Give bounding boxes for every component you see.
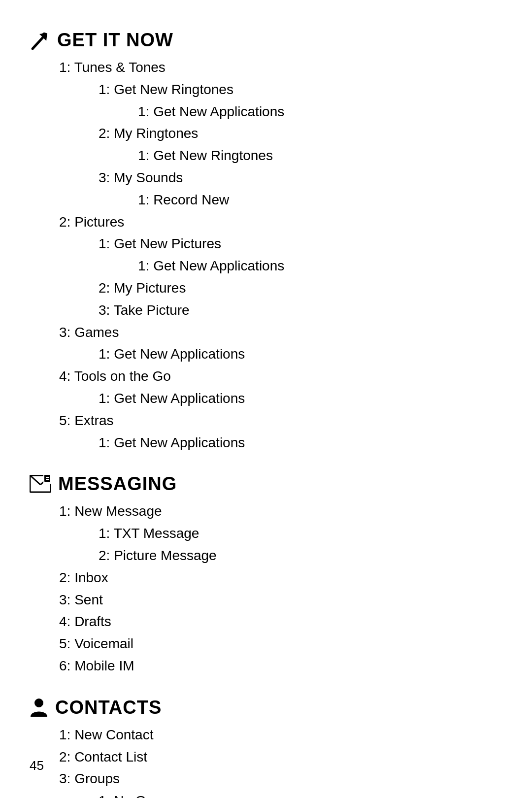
get-it-now-header: GET IT NOW <box>30 30 502 51</box>
list-item: 4: Tools on the Go <box>30 366 502 388</box>
get-it-now-icon <box>30 30 50 51</box>
list-item: 1: Record New <box>30 189 502 211</box>
list-item: 1: Get New Applications <box>30 388 502 410</box>
list-item: 3: Take Picture <box>30 299 502 322</box>
messaging-section: MESSAGING 1: New Message 1: TXT Message … <box>30 473 502 677</box>
messaging-title: MESSAGING <box>58 473 177 495</box>
get-it-now-title: GET IT NOW <box>57 30 173 51</box>
list-item: 2: Inbox <box>30 567 502 589</box>
messaging-list: 1: New Message 1: TXT Message 2: Picture… <box>30 500 502 677</box>
messaging-header: MESSAGING <box>30 473 502 495</box>
list-item: 2: Picture Message <box>30 545 502 567</box>
list-item: 1: New Message <box>30 500 502 523</box>
svg-line-6 <box>30 475 40 485</box>
page-number: 45 <box>30 758 44 773</box>
list-item: 2: Pictures <box>30 211 502 233</box>
list-item: 4: Drafts <box>30 611 502 633</box>
list-item: 1: Get New Applications <box>30 101 502 123</box>
contacts-icon <box>30 697 48 718</box>
list-item: 2: Contact List <box>30 746 502 768</box>
list-item: 1: Get New Ringtones <box>30 79 502 101</box>
list-item: 6: Mobile IM <box>30 655 502 677</box>
list-item: 3: Games <box>30 322 502 344</box>
contacts-header: CONTACTS <box>30 697 502 718</box>
contacts-section: CONTACTS 1: New Contact 2: Contact List … <box>30 697 502 798</box>
list-item: 1: Get New Ringtones <box>30 145 502 167</box>
list-item: 5: Extras <box>30 410 502 432</box>
contacts-title: CONTACTS <box>55 697 162 718</box>
list-item: 1: Get New Applications <box>30 255 502 277</box>
list-item: 1: Get New Pictures <box>30 233 502 255</box>
svg-line-3 <box>33 37 43 49</box>
messaging-icon <box>30 475 51 494</box>
contacts-list: 1: New Contact 2: Contact List 3: Groups… <box>30 724 502 798</box>
list-item: 1: TXT Message <box>30 523 502 545</box>
list-item: 5: Voicemail <box>30 633 502 655</box>
list-item: 1: No Group <box>30 790 502 798</box>
list-item: 2: My Pictures <box>30 277 502 299</box>
svg-rect-9 <box>44 475 50 482</box>
list-item: 3: Groups <box>30 768 502 790</box>
list-item: 1: New Contact <box>30 724 502 746</box>
list-item: 3: Sent <box>30 589 502 611</box>
svg-point-12 <box>34 698 43 707</box>
list-item: 1: Get New Applications <box>30 343 502 366</box>
get-it-now-list: 1: Tunes & Tones 1: Get New Ringtones 1:… <box>30 57 502 454</box>
list-item: 3: My Sounds <box>30 167 502 189</box>
list-item: 2: My Ringtones <box>30 123 502 145</box>
list-item: 1: Tunes & Tones <box>30 57 502 79</box>
list-item: 1: Get New Applications <box>30 432 502 454</box>
get-it-now-section: GET IT NOW 1: Tunes & Tones 1: Get New R… <box>30 30 502 454</box>
